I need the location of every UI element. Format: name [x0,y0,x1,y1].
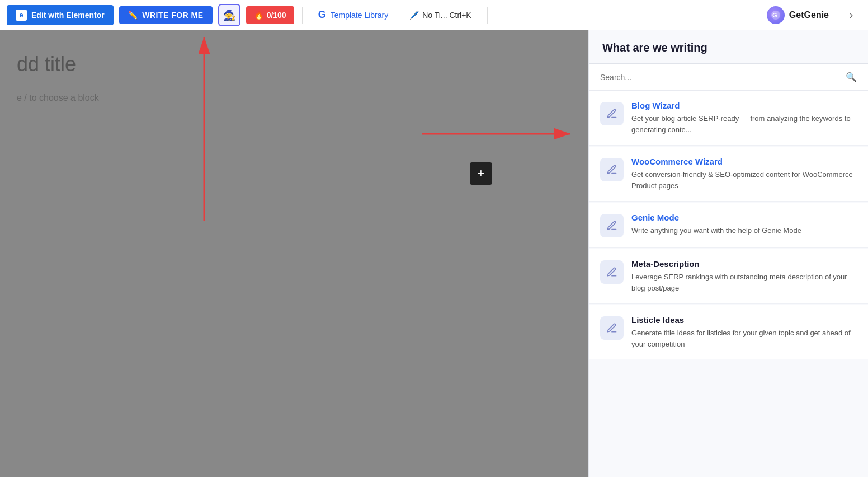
feature-text: Meta-DescriptionLeverage SERP rankings w… [631,259,857,293]
feature-name: WooCommerce Wizard [631,157,857,166]
feature-item[interactable]: Genie ModeWrite anything you want with t… [589,203,868,248]
feature-text: Genie ModeWrite anything you want with t… [631,213,857,236]
feature-icon-wrap [600,260,624,284]
feature-desc: Leverage SERP rankings with outstanding … [631,272,857,293]
feature-icon-wrap [600,214,624,237]
search-icon[interactable]: 🔍 [846,72,857,82]
feature-text: WooCommerce WizardGet conversion-friendl… [631,157,857,191]
edit-with-elementor-button[interactable]: e Edit with Elementor [7,5,114,25]
editor-area: dd title e / to choose a block [0,30,588,477]
chevron-right-icon: › [850,8,853,21]
avatar-icon: 🧙 [223,9,235,21]
feature-name: Blog Wizard [631,101,857,110]
feature-icon-wrap [600,158,624,181]
right-panel: What are we writing 🔍 Blog WizardGet you… [588,30,868,477]
brand-name: GetGenie [789,10,829,20]
toolbar-divider-2 [487,7,488,24]
feature-item[interactable]: Listicle IdeasGenerate title ideas for l… [589,305,868,359]
features-list: Blog WizardGet your blog article SERP-re… [589,91,868,477]
template-library-label: Template Library [331,11,389,20]
counter-label: 0/100 [267,11,286,20]
avatar-button[interactable]: 🧙 [218,4,240,26]
toolbar: e Edit with Elementor ✏️ WRITE FOR ME 🧙 … [0,0,868,30]
feature-text: Blog WizardGet your blog article SERP-re… [631,101,857,135]
feature-icon-wrap [600,316,624,340]
feature-item[interactable]: WooCommerce WizardGet conversion-friendl… [589,147,868,202]
getgenie-brand: G GetGenie [760,6,836,24]
feature-name: Listicle Ideas [631,315,857,325]
svg-text:G: G [772,12,777,18]
panel-title: What are we writing [602,41,855,54]
elementor-button-label: Edit with Elementor [31,11,105,20]
feature-text: Listicle IdeasGenerate title ideas for l… [631,315,857,349]
editor-hint: e / to choose a block [17,93,99,103]
feature-desc: Write anything you want with the help of… [631,225,857,236]
flame-icon: 🔥 [254,11,263,20]
no-title-button[interactable]: 🖊️ No Ti... Ctrl+K [402,6,479,24]
feature-name: Genie Mode [631,213,857,222]
add-block-button[interactable]: + [470,162,492,185]
editor-title[interactable]: dd title [17,53,76,76]
feature-desc: Get conversion-friendly & SEO-optimized … [631,169,857,191]
write-for-me-button[interactable]: ✏️ WRITE FOR ME [119,6,213,24]
feature-item[interactable]: Meta-DescriptionLeverage SERP rankings w… [589,249,868,304]
genie-g-icon: G [318,9,326,21]
write-for-me-label: WRITE FOR ME [142,11,203,20]
toolbar-divider-1 [302,7,303,24]
feature-item[interactable]: Blog WizardGet your blog article SERP-re… [589,91,868,146]
feature-icon-wrap [600,102,624,125]
feature-name: Meta-Description [631,259,857,269]
counter-button[interactable]: 🔥 0/100 [246,6,294,24]
panel-header: What are we writing [589,30,868,64]
pen-icon: 🖊️ [409,11,419,20]
feature-desc: Generate title ideas for listicles for y… [631,328,857,349]
no-title-label: No Ti... Ctrl+K [422,11,471,20]
search-input[interactable] [600,73,841,82]
getgenie-logo: G [767,6,785,24]
close-panel-button[interactable]: › [841,5,861,25]
elementor-icon: e [16,10,27,21]
template-library-button[interactable]: G Template Library [310,4,397,25]
feature-desc: Get your blog article SERP-ready — from … [631,113,857,135]
search-container: 🔍 [589,64,868,91]
write-icon: ✏️ [128,11,138,20]
